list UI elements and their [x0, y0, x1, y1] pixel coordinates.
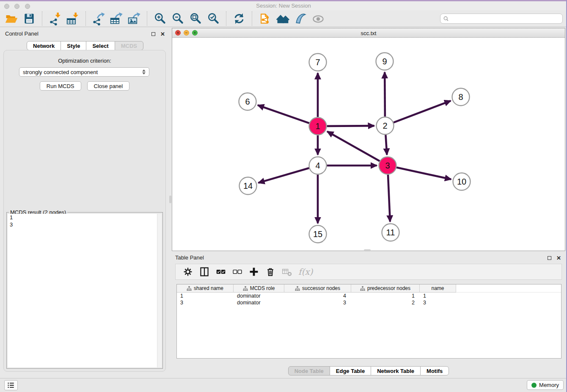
show-graphics-details-button[interactable] — [292, 11, 309, 26]
first-neighbors-home-button[interactable] — [274, 11, 291, 26]
column-header-label: shared name — [194, 285, 223, 291]
graph-node-label: 9 — [382, 57, 387, 66]
search-input[interactable] — [451, 15, 560, 22]
network-window-title: scc.txt — [172, 30, 565, 36]
add-row-button[interactable] — [248, 266, 259, 278]
toolbar-separator — [147, 11, 147, 26]
float-table-panel-button[interactable] — [547, 254, 552, 262]
deselect-all-columns-button[interactable] — [232, 266, 243, 278]
zoom-in-button[interactable] — [151, 11, 168, 26]
column-header-mcds-role[interactable]: MCDS role — [234, 284, 284, 293]
settings-gear-button[interactable] — [182, 266, 193, 278]
export-image-icon — [127, 12, 141, 25]
tab-network-table[interactable]: Network Table — [371, 366, 421, 375]
zoom-fit-button[interactable] — [187, 11, 204, 26]
zoom-out-icon — [171, 12, 184, 25]
graph-edge-2-3[interactable] — [385, 135, 387, 155]
application-window: Session: New Session Control Panel ✕ Net… — [0, 0, 567, 392]
save-session-icon — [22, 12, 36, 25]
mcds-result-textarea[interactable]: 13 — [8, 214, 162, 367]
apply-layout-refresh-button[interactable] — [231, 11, 248, 26]
function-builder-button: f(x) — [298, 266, 309, 278]
table-cell-successor-nodes: 3 — [284, 300, 351, 306]
table-toolbar: f(x) — [175, 264, 562, 280]
graph-edge-3-10[interactable] — [396, 168, 451, 179]
zoom-selected-button[interactable] — [205, 11, 222, 26]
tab-style[interactable]: Style — [61, 41, 86, 50]
save-session-button[interactable] — [21, 11, 38, 26]
select-all-columns-button[interactable] — [215, 266, 226, 278]
table-row[interactable]: 3dominator323 — [177, 299, 561, 306]
tab-edge-table[interactable]: Edge Table — [330, 366, 371, 375]
float-panel-button[interactable] — [151, 30, 156, 38]
status-bar: Memory — [0, 378, 567, 392]
memory-button[interactable]: Memory — [527, 380, 564, 390]
optimization-criterion-dropdown[interactable]: strongly connected component — [19, 67, 149, 77]
graph-edge-3-1[interactable] — [327, 132, 380, 161]
mcds-result-line: 3 — [8, 221, 162, 228]
graph-edge-3-11[interactable] — [388, 174, 390, 221]
close-table-panel-button[interactable]: ✕ — [556, 254, 562, 262]
column-type-icon — [187, 286, 192, 291]
graph-edge-1-2[interactable] — [327, 126, 374, 126]
column-type-icon — [243, 286, 248, 291]
import-network-button[interactable] — [47, 11, 63, 26]
settings-gear-icon — [183, 267, 193, 277]
column-header-label: predecessor nodes — [367, 285, 410, 291]
graph-node-label: 15 — [313, 229, 322, 239]
memory-status-icon — [531, 383, 537, 388]
table-header-filler — [456, 284, 561, 293]
delete-row-button[interactable] — [265, 266, 276, 278]
tab-motifs[interactable]: Motifs — [420, 366, 449, 375]
dropdown-stepper-icon — [142, 69, 146, 75]
hide-graphics-eye-icon — [311, 12, 325, 25]
table-cell-shared-name: 3 — [177, 300, 234, 306]
float-table-panel-icon — [548, 256, 551, 260]
column-header-shared-name[interactable]: shared name — [177, 284, 234, 293]
tab-mcds[interactable]: MCDS — [115, 41, 143, 50]
column-header-predecessor-nodes[interactable]: predecessor nodes — [351, 284, 420, 293]
tab-network[interactable]: Network — [27, 41, 61, 50]
graph-edge-1-6[interactable] — [258, 105, 309, 123]
close-panel-button-mcds[interactable]: Close panel — [87, 81, 130, 91]
column-chooser-button[interactable] — [199, 266, 210, 278]
run-mcds-button[interactable]: Run MCDS — [40, 81, 81, 91]
graph-edge-4-14[interactable] — [258, 168, 309, 183]
memory-label: Memory — [539, 382, 559, 388]
graph-node-label: 7 — [315, 58, 320, 67]
task-history-button[interactable] — [4, 380, 18, 390]
result-scrollbar[interactable] — [157, 214, 162, 367]
zoom-out-button[interactable] — [169, 11, 186, 26]
zoom-in-icon — [153, 12, 167, 25]
control-panel: Control Panel ✕ NetworkStyleSelectMCDS O… — [0, 27, 170, 378]
tab-select[interactable]: Select — [86, 41, 115, 50]
hide-graphics-eye-button — [310, 11, 327, 26]
control-panel-tabs: NetworkStyleSelectMCDS — [0, 41, 170, 50]
column-chooser-icon — [199, 267, 209, 277]
open-folder-button[interactable] — [3, 11, 20, 26]
table-panel-title: Table Panel — [175, 254, 204, 261]
network-scrollbar-handle[interactable] — [364, 249, 371, 251]
graph-edge-2-8[interactable] — [394, 101, 451, 122]
import-table-button[interactable] — [64, 11, 81, 26]
column-header-name[interactable]: name — [420, 284, 456, 293]
column-header-label: MCDS role — [250, 285, 275, 291]
table-panel: Table Panel ✕ f(x) shared nameMCDS roles… — [172, 252, 565, 376]
export-table-button[interactable] — [108, 11, 125, 26]
search-box[interactable] — [440, 14, 563, 24]
tab-node-table[interactable]: Node Table — [288, 366, 330, 375]
graph-edge-2-9[interactable] — [385, 72, 385, 116]
style-document-button[interactable] — [256, 11, 273, 26]
panel-splitter-handle[interactable] — [169, 196, 171, 203]
graph-node-label: 2 — [383, 121, 387, 130]
network-graph-canvas[interactable]: 7968124314101511 — [172, 38, 565, 251]
graph-node-label: 14 — [243, 181, 253, 190]
table-row[interactable]: 1dominator411 — [177, 293, 561, 299]
column-header-successor-nodes[interactable]: successor nodes — [284, 284, 351, 293]
window-title: Session: New Session — [0, 3, 567, 9]
export-network-button[interactable] — [90, 11, 107, 26]
close-panel-button[interactable]: ✕ — [160, 30, 166, 38]
network-window-titlebar[interactable]: × − + scc.txt — [172, 28, 565, 38]
export-image-button[interactable] — [126, 11, 143, 26]
close-table-panel-icon: ✕ — [556, 255, 561, 261]
